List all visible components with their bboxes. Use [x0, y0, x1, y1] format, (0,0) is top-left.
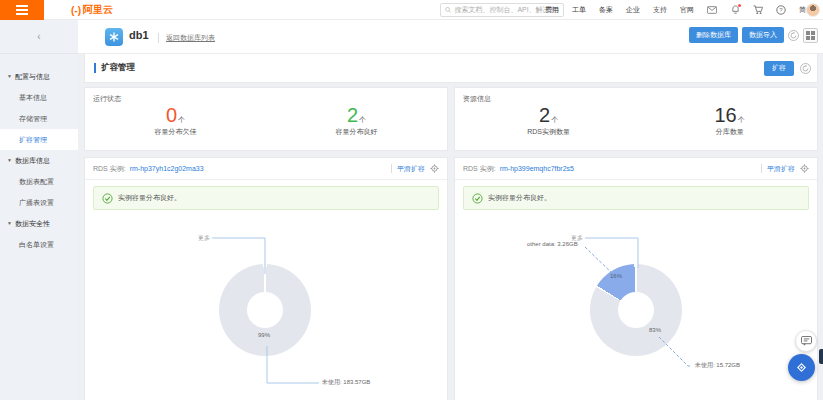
user-avatar[interactable]	[806, 3, 820, 17]
sidebar-item-broadcast-table[interactable]: 广播表设置	[0, 192, 78, 213]
capacity-donut-chart-1: 更多 99% 未使用: 183.57GB	[85, 216, 447, 400]
logo-bracket-icon: (-)	[71, 5, 81, 16]
nav-support[interactable]: 支持	[653, 5, 667, 15]
logo-text: 阿里云	[83, 3, 113, 17]
sidebar-item-basic-info[interactable]: 基本信息	[0, 87, 78, 108]
search-icon	[445, 6, 451, 14]
status-banner: 实例容量分布良好。	[93, 186, 439, 210]
sidebar-item-capacity-management[interactable]: 扩容管理	[0, 129, 78, 150]
running-status-card: 运行状态 0个 容量分布欠佳 2个 容量分布良好	[84, 87, 448, 151]
top-navigation: 费用 工单 备案 企业 支持 官网 ? 简体	[545, 0, 813, 20]
stats-row: 运行状态 0个 容量分布欠佳 2个 容量分布良好 资源信息 2个 RDS实例数量	[84, 87, 818, 151]
instance-label: RDS 实例:	[93, 164, 126, 174]
chart-label-other-percent: 16%	[610, 273, 622, 279]
check-circle-icon	[102, 193, 113, 204]
chevron-down-icon: ▼	[7, 157, 12, 163]
stat-capacity-good: 2个 容量分布良好	[336, 104, 378, 137]
instances-row: RDS 实例: rm-hp37yh1c2g02ma33 平滑扩容 实例容量分布良…	[84, 157, 818, 400]
rds-instance-card-2: RDS 实例: rm-hp399emqhc7fbr2s5 平滑扩容 实例容量分布…	[454, 157, 818, 400]
alibaba-cloud-logo[interactable]: (-) 阿里云	[71, 0, 113, 20]
stat-label: 分库数量	[715, 127, 745, 137]
chart-label-unused[interactable]: 未使用: 183.57GB	[322, 378, 370, 387]
page-title: 扩容管理	[101, 62, 135, 74]
status-banner: 实例容量分布良好。	[463, 186, 809, 210]
stat-value: 2	[347, 104, 358, 126]
rds-instance-card-1: RDS 实例: rm-hp37yh1c2g02ma33 平滑扩容 实例容量分布良…	[84, 157, 448, 400]
chart-label-more[interactable]: 更多	[198, 234, 210, 243]
help-icon[interactable]: ?	[776, 5, 786, 15]
sidebar-collapse-button[interactable]: ‹	[0, 20, 78, 54]
back-to-database-list-link[interactable]: 返回数据库列表	[158, 33, 215, 43]
title-accent-bar	[94, 63, 96, 73]
stat-rds-count: 2个 RDS实例数量	[527, 104, 570, 137]
data-import-button[interactable]: 数据导入	[742, 27, 784, 43]
stat-label: RDS实例数量	[527, 127, 570, 137]
status-text: 实例容量分布良好。	[118, 193, 181, 203]
chevron-down-icon: ▼	[7, 73, 12, 79]
stat-value: 16	[715, 104, 737, 126]
gear-icon[interactable]	[800, 164, 809, 173]
capacity-donut-chart-2: 更多 other data: 3.26GB 16% 83% 未使用: 15.72…	[455, 216, 817, 400]
stat-value: 0	[166, 104, 177, 126]
cart-icon[interactable]	[753, 5, 763, 15]
sidebar-group-config-info[interactable]: ▼配置与信息	[0, 66, 78, 87]
svg-text:?: ?	[779, 7, 783, 13]
stat-label: 容量分布欠佳	[155, 127, 197, 137]
breadcrumb: db1 返回数据库列表 删除数据库 数据导入	[78, 20, 823, 54]
assistant-icon[interactable]	[788, 354, 815, 381]
instance-card-header: RDS 实例: rm-hp399emqhc7fbr2s5 平滑扩容	[455, 158, 817, 180]
header-actions: 删除数据库 数据导入	[689, 27, 818, 43]
chevron-down-icon: ▼	[7, 220, 12, 226]
refresh-icon[interactable]	[788, 30, 799, 41]
instance-id-link[interactable]: rm-hp399emqhc7fbr2s5	[500, 165, 574, 172]
nav-icp[interactable]: 备案	[599, 5, 613, 15]
resource-info-card: 资源信息 2个 RDS实例数量 16个 分库数量	[454, 87, 818, 151]
sidebar: ‹ ▼配置与信息 基本信息 存储管理 扩容管理 ▼数据库信息 数据表配置 广播表…	[0, 20, 78, 400]
database-icon	[105, 28, 123, 46]
feedback-chat-button[interactable]	[795, 330, 817, 352]
refresh-icon[interactable]	[800, 63, 811, 74]
sidebar-item-whitelist[interactable]: 白名单设置	[0, 234, 78, 255]
smooth-expand-link[interactable]: 平滑扩容	[397, 164, 425, 174]
expand-capacity-button[interactable]: 扩容	[764, 61, 794, 76]
sidebar-item-storage-management[interactable]: 存储管理	[0, 108, 78, 129]
instance-id-link[interactable]: rm-hp37yh1c2g02ma33	[130, 165, 204, 172]
check-circle-icon	[472, 193, 483, 204]
donut-pie[interactable]	[590, 264, 682, 356]
smooth-expand-link[interactable]: 平滑扩容	[767, 164, 795, 174]
stat-capacity-bad: 0个 容量分布欠佳	[155, 104, 197, 137]
status-text: 实例容量分布良好。	[488, 193, 551, 203]
divider	[391, 164, 392, 173]
main-content: 扩容管理 扩容 运行状态 0个 容量分布欠佳 2个 容量分布良好 资	[78, 54, 823, 400]
instance-card-header: RDS 实例: rm-hp37yh1c2g02ma33 平滑扩容	[85, 158, 447, 180]
sidebar-group-data-security[interactable]: ▼数据安全性	[0, 213, 78, 234]
nav-enterprise[interactable]: 企业	[626, 5, 640, 15]
hamburger-menu-icon[interactable]	[0, 0, 44, 20]
edge-drawer-handle[interactable]	[819, 349, 823, 364]
stat-value: 2	[539, 104, 550, 126]
notification-bell-icon[interactable]	[730, 5, 740, 15]
stat-shard-count: 16个 分库数量	[715, 104, 745, 137]
nav-billing[interactable]: 费用	[545, 5, 559, 15]
mail-icon[interactable]	[707, 5, 717, 15]
resource-info-title: 资源信息	[463, 94, 491, 104]
chart-label-unused[interactable]: 未使用: 15.72GB	[695, 361, 740, 370]
page-db-name: db1	[129, 29, 149, 41]
chart-label-other-data[interactable]: other data: 3.26GB	[527, 241, 578, 247]
nav-tickets[interactable]: 工单	[572, 5, 586, 15]
stat-label: 容量分布良好	[336, 127, 378, 137]
compass-diamond-icon	[795, 361, 808, 374]
search-placeholder: 搜索文档、控制台、API、解决方案和资源	[454, 5, 559, 15]
donut-pie[interactable]	[219, 264, 311, 356]
grid-view-icon[interactable]	[803, 28, 818, 43]
delete-database-button[interactable]: 删除数据库	[689, 27, 738, 43]
notification-dot	[738, 4, 741, 7]
sidebar-group-database-info[interactable]: ▼数据库信息	[0, 150, 78, 171]
nav-website[interactable]: 官网	[680, 5, 694, 15]
running-status-title: 运行状态	[93, 94, 121, 104]
instance-label: RDS 实例:	[463, 164, 496, 174]
gear-icon[interactable]	[430, 164, 439, 173]
divider	[761, 164, 762, 173]
sidebar-item-table-config[interactable]: 数据表配置	[0, 171, 78, 192]
sidebar-menu: ▼配置与信息 基本信息 存储管理 扩容管理 ▼数据库信息 数据表配置 广播表设置…	[0, 54, 78, 255]
